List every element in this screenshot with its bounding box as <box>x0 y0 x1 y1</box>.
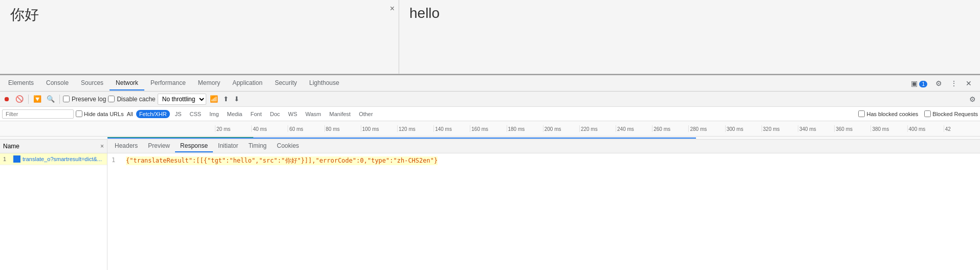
tab-performance[interactable]: Performance <box>144 76 192 91</box>
timeline-label: 340 ms <box>798 125 834 132</box>
request-list-item[interactable]: 1 translate_o?smartresult=dict&... <box>0 153 107 165</box>
filter-btn-wasm[interactable]: Wasm <box>302 110 324 118</box>
throttle-select[interactable]: No throttling <box>158 94 206 105</box>
filter-btn-fetchxhr[interactable]: Fetch/XHR <box>136 110 170 118</box>
timeline-label: 360 ms <box>834 125 870 132</box>
more-options-button[interactable]: ⋮ <box>948 77 960 89</box>
hide-data-urls-label[interactable]: Hide data URLs <box>76 110 124 117</box>
request-type-icon <box>13 155 20 163</box>
tab-security[interactable]: Security <box>269 76 303 91</box>
toolbar-divider-2 <box>59 95 60 104</box>
preserve-log-label[interactable]: Preserve log <box>63 96 106 103</box>
filter-input[interactable] <box>2 109 74 119</box>
left-browser-panel: 你好 × <box>0 0 399 74</box>
devtools-tab-bar: Elements Console Sources Network Perform… <box>0 75 980 92</box>
filter-btn-img[interactable]: Img <box>206 110 222 118</box>
filter-btn-doc[interactable]: Doc <box>267 110 283 118</box>
timeline-label: 220 ms <box>579 125 616 132</box>
timeline-label: 260 ms <box>652 125 688 132</box>
progress-bar-container <box>0 137 980 140</box>
response-tab-bar: Headers Preview Response Initiator Timin… <box>107 140 980 153</box>
right-browser-panel: hello <box>399 0 980 74</box>
timeline-label: 380 ms <box>870 125 907 132</box>
chat-icon: ▣ <box>911 79 918 87</box>
tab-console[interactable]: Console <box>40 76 75 91</box>
badge-count: 1 <box>919 81 927 87</box>
disable-cache-label[interactable]: Disable cache <box>108 96 155 103</box>
blocked-requests-label[interactable]: Blocked Requests <box>924 110 978 117</box>
filter-btn-media[interactable]: Media <box>224 110 246 118</box>
timeline-label: 200 ms <box>543 125 579 132</box>
filter-btn-ws[interactable]: WS <box>285 110 300 118</box>
close-button[interactable]: × <box>390 4 395 13</box>
close-devtools-button[interactable]: ✕ <box>964 77 974 89</box>
tab-response[interactable]: Response <box>175 140 213 152</box>
tab-network[interactable]: Network <box>110 76 144 91</box>
filter-btn-other[interactable]: Other <box>356 110 376 118</box>
name-column-header: Name <box>3 143 19 150</box>
timeline-label: 80 ms <box>324 125 361 132</box>
blocked-requests-checkbox[interactable] <box>924 110 931 117</box>
line-number: 1 <box>112 156 120 165</box>
tab-application[interactable]: Application <box>226 76 269 91</box>
progress-bar-blue <box>107 138 696 139</box>
filter-btn-js[interactable]: JS <box>172 110 185 118</box>
timeline-label: 240 ms <box>616 125 652 132</box>
wifi-icon-button[interactable]: 📶 <box>208 94 220 104</box>
tab-cookies[interactable]: Cookies <box>272 140 304 152</box>
network-toolbar: ⏺ 🚫 🔽 🔍 Preserve log Disable cache No th… <box>0 92 980 107</box>
clear-button[interactable]: 🚫 <box>14 94 25 104</box>
response-pane: Headers Preview Response Initiator Timin… <box>107 140 980 270</box>
tab-memory[interactable]: Memory <box>192 76 226 91</box>
record-button[interactable]: ⏺ <box>2 94 12 104</box>
request-name: translate_o?smartresult=dict&... <box>23 156 102 162</box>
has-blocked-cookies-label[interactable]: Has blocked cookies <box>858 110 918 117</box>
timeline-label: 20 ms <box>215 125 251 132</box>
disable-cache-text: Disable cache <box>117 96 155 103</box>
close-pane-button[interactable]: × <box>100 143 104 150</box>
toolbar-divider-1 <box>28 95 29 104</box>
tab-lighthouse[interactable]: Lighthouse <box>303 76 345 91</box>
request-list-pane: Name × 1 translate_o?smartresult=dict&..… <box>0 140 107 270</box>
tab-initiator[interactable]: Initiator <box>213 140 243 152</box>
search-button[interactable]: 🔍 <box>45 94 56 104</box>
filter-button[interactable]: 🔽 <box>32 94 43 104</box>
has-blocked-cookies-checkbox[interactable] <box>858 110 865 117</box>
timeline-label: 400 ms <box>907 125 944 132</box>
filter-btn-css[interactable]: CSS <box>187 110 205 118</box>
request-list-header: Name × <box>0 140 107 153</box>
download-button[interactable]: ⬇ <box>232 94 241 104</box>
timeline-bar: 20 ms40 ms60 ms80 ms100 ms120 ms140 ms16… <box>0 121 980 137</box>
tab-sources[interactable]: Sources <box>75 76 110 91</box>
has-blocked-cookies-text: Has blocked cookies <box>866 111 918 117</box>
upload-button[interactable]: ⬆ <box>222 94 230 104</box>
chinese-text: 你好 <box>10 5 39 25</box>
chat-button[interactable]: ▣ 1 <box>909 77 929 89</box>
timeline-label: 280 ms <box>688 125 725 132</box>
filter-bar: Hide data URLs All Fetch/XHR JS CSS Img … <box>0 107 980 121</box>
filter-btn-font[interactable]: Font <box>247 110 265 118</box>
split-pane: Name × 1 translate_o?smartresult=dict&..… <box>0 140 980 270</box>
tab-headers[interactable]: Headers <box>110 140 143 152</box>
tab-preview[interactable]: Preview <box>143 140 175 152</box>
network-settings-button[interactable]: ⚙ <box>967 93 978 105</box>
filter-btn-manifest[interactable]: Manifest <box>326 110 354 118</box>
hide-data-urls-checkbox[interactable] <box>76 110 82 117</box>
timeline-label: 140 ms <box>433 125 470 132</box>
timeline-label: 300 ms <box>725 125 761 132</box>
preserve-log-checkbox[interactable] <box>63 96 70 102</box>
toolbar-right: ⚙ <box>967 93 978 105</box>
timeline-label: 160 ms <box>470 125 506 132</box>
response-content: 1 {"translateResult":[[{"tgt":"hello","s… <box>107 153 980 168</box>
tab-timing[interactable]: Timing <box>243 140 272 152</box>
filter-all-label: All <box>127 111 133 117</box>
timeline-label: 120 ms <box>397 125 433 132</box>
devtools-panel: Elements Console Sources Network Perform… <box>0 74 980 270</box>
tab-elements[interactable]: Elements <box>2 76 40 91</box>
disable-cache-checkbox[interactable] <box>108 96 115 102</box>
settings-button[interactable]: ⚙ <box>933 77 944 89</box>
timeline-label: 320 ms <box>761 125 798 132</box>
timeline-label: 180 ms <box>507 125 543 132</box>
response-json: {"translateResult":[[{"tgt":"hello","src… <box>126 156 438 165</box>
timeline-label: 60 ms <box>288 125 324 132</box>
